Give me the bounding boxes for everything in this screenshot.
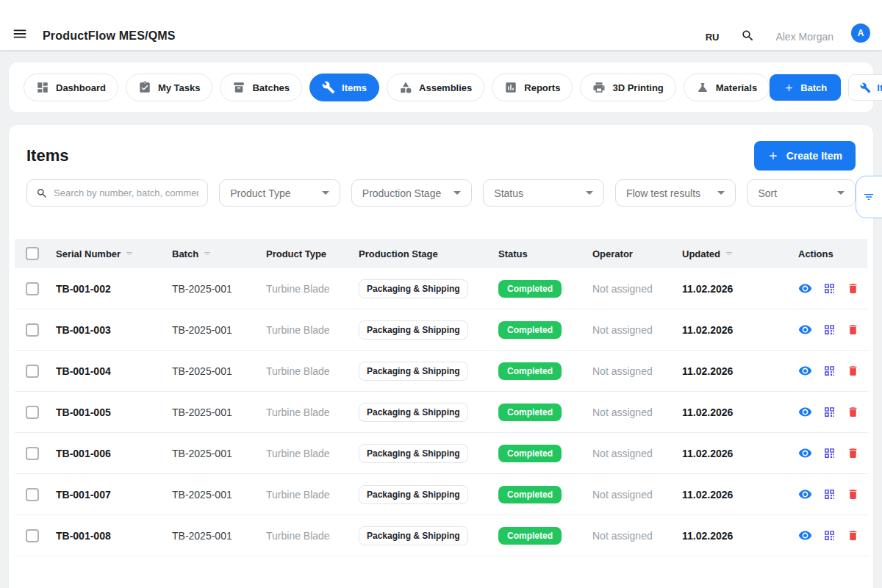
batch-cell: TB-2025-001 (166, 283, 260, 295)
updated-cell: 11.02.2026 (676, 530, 792, 542)
column-label: Production Stage (359, 248, 438, 259)
item-qr-code-button[interactable] (823, 529, 836, 542)
search-icon (36, 187, 48, 199)
avatar[interactable]: A (851, 24, 870, 43)
main-navigation: Dashboard My Tasks Batches Items Assembl… (9, 62, 873, 112)
item-qr-code-button[interactable] (823, 365, 836, 377)
sort-dropdown[interactable]: Sort (747, 179, 856, 207)
delete-item-button[interactable] (847, 447, 859, 459)
product-type-cell: Turbine Blade (260, 489, 353, 501)
flow-test-results-filter[interactable]: Flow test results (615, 179, 736, 207)
row-checkbox[interactable] (26, 365, 39, 378)
delete-item-button[interactable] (847, 323, 859, 336)
status-badge: Completed (498, 280, 562, 298)
wrench-icon (860, 82, 871, 93)
tab-dashboard[interactable]: Dashboard (24, 74, 118, 101)
tab-label: My Tasks (158, 82, 201, 93)
plus-icon (767, 150, 779, 162)
view-item-button[interactable] (798, 446, 812, 460)
table-row: TB-001-008 TB-2025-001 Turbine Blade Pac… (15, 515, 867, 556)
search-input[interactable] (54, 187, 198, 198)
product-type-cell: Turbine Blade (260, 283, 353, 295)
status-badge: Completed (498, 321, 562, 339)
create-item-button[interactable]: Create Item (754, 141, 856, 171)
production-stage-badge: Packaging & Shipping (359, 320, 468, 340)
tab-label: Batches (252, 82, 290, 93)
column-header-actions: Actions (792, 248, 867, 259)
row-checkbox[interactable] (26, 406, 39, 419)
sort-icon (725, 249, 734, 258)
tab-3d-printing[interactable]: 3D Printing (580, 74, 675, 101)
table-row: TB-001-002 TB-2025-001 Turbine Blade Pac… (15, 268, 867, 309)
product-type-filter[interactable]: Product Type (219, 179, 340, 207)
updated-cell: 11.02.2026 (676, 489, 792, 501)
view-item-button[interactable] (798, 282, 812, 295)
delete-item-button[interactable] (847, 406, 859, 418)
printer-icon (592, 81, 606, 94)
operator-cell: Not assigned (587, 406, 676, 418)
select-all-checkbox[interactable] (26, 247, 39, 260)
delete-item-button[interactable] (847, 529, 859, 542)
view-item-button[interactable] (798, 528, 812, 542)
filter-list-icon (863, 191, 875, 203)
delete-item-button[interactable] (847, 488, 859, 501)
tab-reports[interactable]: Reports (492, 74, 573, 101)
search-icon[interactable] (741, 29, 755, 43)
serial-number-cell: TB-001-006 (50, 448, 166, 459)
item-qr-code-button[interactable] (823, 282, 836, 295)
production-stage-filter[interactable]: Production Stage (351, 179, 473, 207)
create-batch-button[interactable]: Batch (770, 74, 841, 101)
row-checkbox[interactable] (26, 529, 39, 542)
tab-label: Reports (524, 82, 560, 93)
view-item-button[interactable] (798, 323, 812, 337)
row-checkbox[interactable] (26, 282, 39, 295)
batch-cell: TB-2025-001 (166, 448, 260, 459)
row-checkbox[interactable] (26, 447, 39, 460)
dropdown-label: Product Type (230, 187, 290, 199)
advanced-filters-button[interactable] (856, 176, 882, 218)
tab-materials[interactable]: Materials (684, 74, 770, 101)
chevron-down-icon (453, 191, 461, 195)
language-switcher[interactable]: RU (706, 32, 720, 43)
status-filter[interactable]: Status (483, 179, 604, 207)
create-item-quick-button[interactable]: Item (848, 74, 882, 101)
delete-item-button[interactable] (847, 365, 859, 377)
column-header-updated[interactable]: Updated (676, 248, 792, 259)
view-item-button[interactable] (798, 405, 812, 419)
tab-items[interactable]: Items (309, 74, 379, 101)
production-stage-badge: Packaging & Shipping (359, 485, 468, 504)
column-header-operator: Operator (587, 248, 676, 259)
tab-my-tasks[interactable]: My Tasks (126, 74, 213, 101)
delete-item-button[interactable] (847, 282, 859, 295)
column-header-batch[interactable]: Batch (166, 248, 260, 259)
batch-cell: TB-2025-001 (166, 489, 260, 501)
quick-actions: Batch Item Assembly QR (770, 74, 882, 101)
view-item-button[interactable] (798, 487, 812, 501)
row-checkbox[interactable] (26, 488, 39, 501)
row-checkbox[interactable] (26, 323, 39, 337)
table-row: TB-001-007 TB-2025-001 Turbine Blade Pac… (15, 474, 867, 515)
view-item-button[interactable] (798, 364, 812, 378)
dashboard-icon (36, 81, 49, 94)
updated-cell: 11.02.2026 (676, 324, 792, 336)
tab-batches[interactable]: Batches (220, 74, 302, 101)
column-header-serial-number[interactable]: Serial Number (50, 248, 166, 259)
table-row: TB-001-004 TB-2025-001 Turbine Blade Pac… (15, 351, 867, 392)
column-label: Status (498, 248, 528, 259)
serial-number-cell: TB-001-004 (50, 365, 166, 377)
serial-number-cell: TB-001-007 (50, 489, 166, 501)
user-name[interactable]: Alex Morgan (775, 31, 833, 43)
tasks-icon (138, 81, 151, 94)
item-qr-code-button[interactable] (823, 488, 836, 501)
column-label: Batch (172, 248, 198, 259)
table-row: TB-001-006 TB-2025-001 Turbine Blade Pac… (15, 433, 867, 474)
production-stage-badge: Packaging & Shipping (359, 403, 468, 422)
chevron-down-icon (717, 191, 725, 195)
item-qr-code-button[interactable] (823, 323, 836, 336)
tab-assemblies[interactable]: Assemblies (387, 74, 484, 101)
item-qr-code-button[interactable] (823, 406, 836, 418)
item-qr-code-button[interactable] (823, 447, 836, 459)
dropdown-label: Production Stage (362, 187, 441, 199)
hamburger-menu-icon[interactable] (10, 25, 29, 43)
column-label: Serial Number (56, 248, 121, 259)
